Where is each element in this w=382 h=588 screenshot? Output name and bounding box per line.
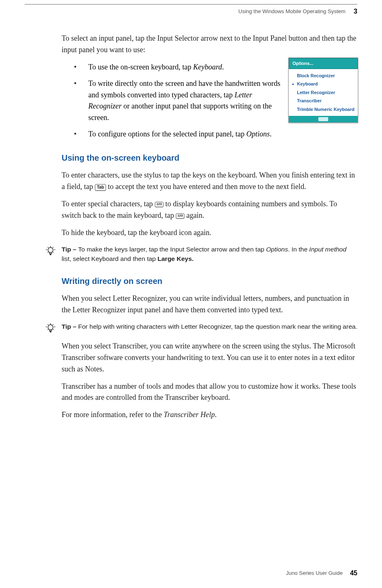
screenshot-menu-item: Trimble Numeric Keyboard (290, 105, 356, 114)
page-header: Using the Windows Mobile Operating Syste… (25, 7, 357, 16)
keyboard-para-2: To enter special characters, tap 123 to … (62, 198, 357, 221)
bullet-item-options: To configure options for the selected in… (74, 129, 357, 140)
page-number: 45 (350, 568, 357, 578)
num-key-icon: 123 (176, 213, 184, 219)
writing-para-2: When you select Transcriber, you can wri… (62, 341, 357, 375)
page-footer: Juno Series User Guide 45 (286, 568, 357, 578)
section-heading-writing: Writing directly on screen (62, 275, 357, 287)
screenshot-menu-item: Letter Recognizer (290, 88, 356, 97)
tip-question-mark: Tip – For help with writing characters w… (39, 322, 357, 334)
chapter-number: 3 (354, 7, 357, 16)
section-heading-keyboard: Using the on-screen keyboard (62, 152, 357, 164)
screenshot-menu-item: Block Recognizer (290, 71, 356, 80)
tip-large-keys: Tip – To make the keys larger, tap the I… (39, 244, 357, 264)
keyboard-para-1: To enter characters, use the stylus to t… (62, 170, 357, 193)
keyboard-para-3: To hide the keyboard, tap the keyboard i… (62, 227, 357, 239)
tab-key-icon: Tab (95, 184, 106, 191)
screenshot-bottom-bar (289, 116, 358, 122)
screenshot-options-header: Options... (289, 58, 358, 69)
keyboard-toggle-icon (318, 117, 328, 121)
header-title: Using the Windows Mobile Operating Syste… (238, 7, 345, 16)
input-panel-screenshot: Options... Block RecognizerKeyboardLette… (288, 58, 358, 123)
lightbulb-icon (39, 322, 62, 334)
writing-para-4: For more information, refer to the Trans… (62, 409, 357, 421)
svg-point-0 (48, 247, 53, 252)
writing-para-3: Transcriber has a number of tools and mo… (62, 381, 357, 404)
writing-para-1: When you select Letter Recognizer, you c… (62, 293, 357, 316)
lightbulb-icon (39, 244, 62, 257)
intro-paragraph: To select an input panel, tap the Input … (62, 33, 357, 56)
screenshot-menu-item: Transcriber (290, 97, 356, 105)
num-key-icon: 123 (155, 202, 163, 207)
svg-point-1 (48, 325, 53, 330)
screenshot-menu-item: Keyboard (290, 80, 356, 88)
footer-title: Juno Series User Guide (286, 569, 343, 577)
